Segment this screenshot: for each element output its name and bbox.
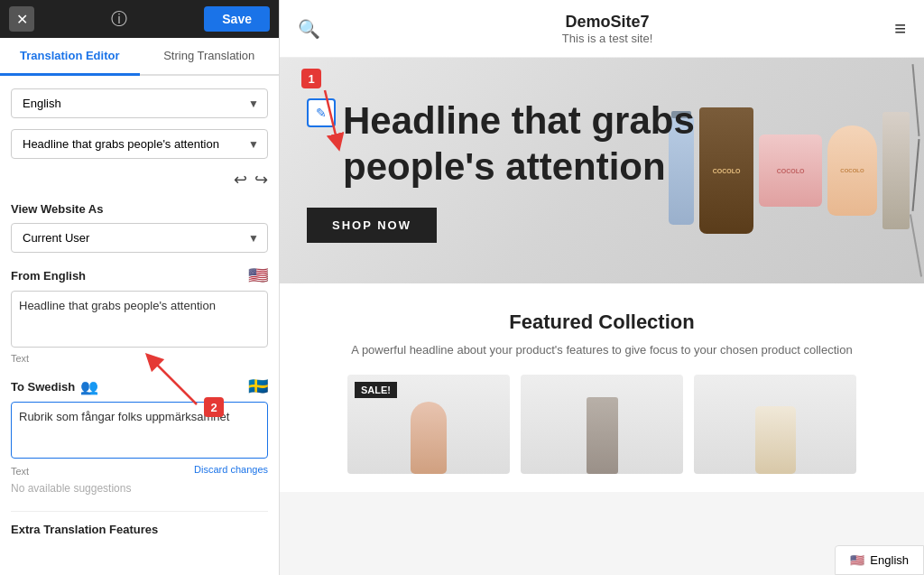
product-card-img-3	[694, 375, 856, 474]
annotation-badge-1: 1	[301, 69, 321, 88]
view-website-as-label: View Website As	[11, 202, 268, 216]
hero-headline: Headline that grabspeople's attention	[343, 99, 695, 187]
close-button[interactable]: ✕	[9, 6, 34, 32]
search-icon-button[interactable]: 🔍	[298, 18, 320, 40]
english-flag: 🇺🇸	[850, 553, 864, 567]
product-bottle-3	[882, 112, 910, 229]
undo-button[interactable]: ↩	[234, 170, 247, 190]
from-text-area[interactable]: Headline that grabs people's attention	[11, 291, 268, 348]
product-jar-1: COCOLO	[759, 134, 822, 207]
extra-features-label: Extra Translation Features	[11, 523, 268, 536]
shop-now-button[interactable]: SHOP NOW	[307, 208, 437, 243]
from-text-type: Text	[11, 353, 268, 364]
edit-pencil-button[interactable]: ✎	[307, 98, 336, 127]
extra-features-section: Extra Translation Features	[11, 511, 268, 536]
featured-title: Featured Collection	[298, 311, 906, 334]
product-jar-2: COCOLO	[827, 125, 877, 216]
redo-button[interactable]: ↪	[254, 170, 268, 190]
language-dropdown[interactable]: English Swedish French German	[11, 88, 268, 118]
to-section: To Swedish 👥 🇸🇪 Rubrik som fångar folks …	[11, 376, 268, 495]
from-section: From English 🇺🇸 Headline that grabs peop…	[11, 265, 268, 364]
hero-content: ✎ Headline that grabspeople's attention …	[280, 62, 722, 279]
view-as-dropdown[interactable]: Current User Visitor Logged In User	[11, 223, 268, 253]
save-button[interactable]: Save	[204, 6, 270, 32]
tab-translation-editor[interactable]: Translation Editor	[0, 38, 140, 76]
product-card-2	[521, 375, 683, 474]
to-lang-header: To Swedish 👥 🇸🇪	[11, 376, 268, 396]
site-title: DemoSite7	[562, 13, 652, 32]
tabs: Translation Editor String Translation	[0, 38, 279, 76]
hamburger-menu-button[interactable]: ≡	[894, 17, 906, 41]
panel-header: ✕ ⓘ Save	[0, 0, 279, 38]
discard-changes-link[interactable]: Discard changes	[194, 464, 268, 477]
featured-section: Featured Collection A powerful headline …	[280, 283, 924, 492]
users-icon: 👥	[80, 378, 98, 395]
product-card-img-2	[521, 375, 683, 474]
undo-redo-toolbar: ↩ ↪	[11, 170, 268, 190]
english-badge[interactable]: 🇺🇸 English	[835, 545, 924, 575]
product-card-3	[694, 375, 856, 474]
panel-body: English Swedish French German ▼ Headline…	[0, 76, 279, 575]
from-flag: 🇺🇸	[248, 265, 268, 285]
sale-badge: SALE!	[355, 382, 397, 398]
info-button[interactable]: ⓘ	[106, 6, 132, 32]
tab-string-translation[interactable]: String Translation	[140, 38, 280, 76]
site-header: 🔍 DemoSite7 This is a test site! ≡	[280, 0, 924, 58]
site-subtitle: This is a test site!	[562, 32, 652, 45]
language-dropdown-wrap: English Swedish French German ▼	[11, 88, 268, 118]
from-lang-label: From English	[11, 269, 86, 283]
to-footer: Text Discard changes	[11, 464, 268, 477]
content-dropdown[interactable]: Headline that grabs people's attention	[11, 129, 268, 159]
suggestions-text: No available suggestions	[11, 482, 268, 495]
left-panel: ✕ ⓘ Save Translation Editor String Trans…	[0, 0, 280, 575]
view-website-as-section: View Website As Current User Visitor Log…	[11, 202, 268, 253]
to-lang-label: To Swedish	[11, 380, 75, 394]
from-lang-header: From English 🇺🇸	[11, 265, 268, 285]
pencil-icon: ✎	[316, 106, 327, 120]
to-text-area[interactable]: Rubrik som fångar folks uppmärksamhet	[11, 402, 268, 459]
annotation-1-wrap: 1	[301, 69, 321, 88]
product-reeds	[915, 64, 917, 277]
product-card-1: SALE!	[347, 375, 510, 474]
to-flag: 🇸🇪	[248, 376, 268, 396]
right-panel: 🔍 DemoSite7 This is a test site! ≡ 1	[280, 0, 924, 575]
search-icon: 🔍	[298, 19, 320, 39]
to-text-type: Text	[11, 466, 29, 477]
products-row: SALE!	[298, 375, 906, 474]
english-label: English	[870, 553, 909, 567]
hamburger-icon: ≡	[894, 17, 906, 40]
content-dropdown-wrap: Headline that grabs people's attention ▼	[11, 129, 268, 159]
featured-subtitle: A powerful headline about your product's…	[331, 343, 873, 357]
site-title-wrap: DemoSite7 This is a test site!	[562, 13, 652, 45]
view-as-dropdown-wrap: Current User Visitor Logged In User ▼	[11, 223, 268, 253]
hero-section: 1 ✎ Headline that grabspeople's attentio…	[280, 58, 924, 283]
